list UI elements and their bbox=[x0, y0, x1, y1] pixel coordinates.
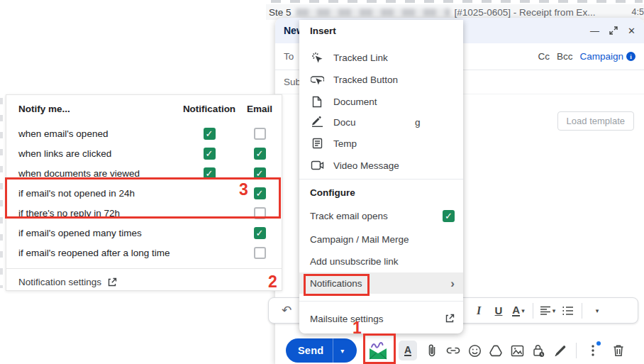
notification-checkbox[interactable] bbox=[204, 148, 216, 160]
undo-icon[interactable]: ↶ bbox=[282, 303, 292, 318]
menu-item-label: Temp bbox=[333, 138, 357, 149]
menu-item-label: Campaign / Mail Merge bbox=[310, 234, 409, 245]
menu-item-tracked-button[interactable]: Tracked Button bbox=[299, 70, 463, 89]
divider bbox=[533, 303, 533, 319]
track-email-opens-checkbox[interactable] bbox=[443, 210, 455, 222]
close-icon[interactable]: ✕ bbox=[628, 26, 635, 35]
menu-item-label: Add unsubscribe link bbox=[310, 256, 399, 267]
email-checkbox[interactable] bbox=[254, 148, 266, 160]
load-template-button[interactable]: Load template bbox=[557, 111, 634, 131]
menu-item-template[interactable]: Temp bbox=[299, 134, 463, 153]
insert-photo-icon[interactable] bbox=[506, 338, 528, 363]
email-subject: [#1025-0605] - Receipt from Ex... bbox=[455, 7, 628, 18]
insert-link-icon[interactable] bbox=[443, 338, 464, 363]
bcc-toggle[interactable]: Bcc bbox=[557, 51, 573, 62]
menu-item-label: Docu bbox=[333, 117, 356, 128]
notifications-submenu-panel: Notify me... Notification Email when ema… bbox=[6, 94, 282, 291]
menu-item-label: Video Message bbox=[333, 160, 399, 171]
email-checkbox[interactable] bbox=[254, 227, 266, 239]
menu-item-notifications[interactable]: Notifications › bbox=[299, 272, 463, 294]
menu-item-track-email-opens[interactable]: Track email opens bbox=[299, 206, 463, 225]
email-checkbox[interactable] bbox=[254, 128, 266, 140]
formatting-options-button[interactable]: A bbox=[399, 341, 417, 360]
info-icon: i bbox=[626, 52, 635, 61]
more-formatting-button[interactable]: ▾ bbox=[587, 301, 606, 321]
column-header-notification: Notification bbox=[181, 104, 238, 114]
document-icon bbox=[310, 96, 324, 108]
signature-pen-icon[interactable] bbox=[549, 338, 570, 363]
email-snippet-start: Ste 5 bbox=[269, 7, 292, 18]
notify-row: if email's not opened in 24h bbox=[6, 183, 282, 203]
emoji-icon[interactable] bbox=[464, 338, 485, 363]
to-label: To bbox=[284, 51, 294, 62]
insert-section-header: Insert bbox=[310, 26, 336, 36]
blurred-text bbox=[296, 9, 450, 16]
email-checkbox[interactable] bbox=[254, 247, 266, 259]
mailsuite-icon[interactable] bbox=[367, 338, 389, 363]
menu-item-mailsuite-settings[interactable]: Mailsuite settings bbox=[299, 309, 463, 328]
external-link-icon bbox=[107, 277, 117, 287]
drive-icon[interactable] bbox=[485, 338, 506, 363]
menu-item-label-suffix: g bbox=[415, 117, 421, 128]
signing-pen-icon bbox=[310, 116, 324, 128]
menu-item-label: Notifications bbox=[310, 278, 362, 289]
email-checkbox[interactable] bbox=[254, 187, 266, 199]
external-link-icon bbox=[445, 314, 455, 324]
tracked-link-icon bbox=[310, 52, 324, 64]
menu-item-document-signing[interactable]: Docu g bbox=[299, 113, 463, 131]
template-icon bbox=[310, 138, 324, 149]
column-header-email: Email bbox=[238, 104, 282, 114]
italic-button[interactable]: I bbox=[469, 301, 489, 321]
text-color-button[interactable]: A▾ bbox=[509, 301, 528, 321]
numbered-list-button[interactable] bbox=[557, 301, 577, 321]
open-in-full-icon[interactable] bbox=[609, 26, 618, 35]
align-button[interactable]: ▾ bbox=[538, 301, 557, 321]
cc-toggle[interactable]: Cc bbox=[538, 51, 550, 62]
menu-item-label: Mailsuite settings bbox=[310, 314, 384, 324]
notification-settings-link[interactable]: Notification settings bbox=[18, 277, 101, 287]
menu-divider bbox=[299, 179, 463, 180]
divider bbox=[576, 343, 577, 358]
send-button[interactable]: Send ▾ bbox=[286, 338, 357, 363]
notify-row: when email's opened bbox=[6, 123, 282, 143]
email-checkbox[interactable] bbox=[254, 167, 266, 180]
tracked-button-icon bbox=[310, 75, 324, 85]
attach-file-icon[interactable] bbox=[421, 338, 443, 363]
more-options-icon[interactable] bbox=[582, 338, 604, 363]
blurred-background-dashes bbox=[0, 98, 3, 288]
notify-panel-title: Notify me... bbox=[18, 104, 181, 114]
divider bbox=[582, 303, 582, 319]
notify-row: if email's reopened after a long time bbox=[6, 243, 282, 263]
menu-item-label: Track email opens bbox=[310, 211, 388, 221]
campaign-link[interactable]: Campaign i bbox=[579, 51, 635, 62]
notify-row: when documents are viewed bbox=[6, 163, 282, 183]
screen: Ste 5 [#1025-0605] - Receipt from Ex... … bbox=[0, 0, 644, 364]
menu-item-campaign-mail-merge[interactable]: Campaign / Mail Merge bbox=[299, 230, 463, 248]
chevron-right-icon: › bbox=[450, 277, 455, 289]
menu-item-tracked-link[interactable]: Tracked Link bbox=[299, 48, 463, 67]
menu-item-document[interactable]: Document bbox=[299, 92, 463, 111]
send-options-caret-icon[interactable]: ▾ bbox=[333, 347, 351, 355]
menu-item-video-message[interactable]: Video Message bbox=[299, 156, 463, 175]
notify-row: when links are clicked bbox=[6, 143, 282, 163]
minimize-icon[interactable]: — bbox=[590, 26, 599, 35]
menu-item-label: Document bbox=[333, 96, 377, 107]
notification-checkbox[interactable] bbox=[204, 128, 216, 140]
menu-item-label: Tracked Link bbox=[333, 53, 388, 63]
confidential-mode-icon[interactable] bbox=[528, 338, 549, 363]
video-message-icon bbox=[310, 160, 324, 170]
email-checkbox[interactable] bbox=[254, 207, 266, 219]
notify-row: if email's opened many times bbox=[6, 223, 282, 243]
menu-item-label: Tracked Button bbox=[333, 75, 398, 85]
underline-button[interactable]: U bbox=[489, 301, 509, 321]
notification-dot bbox=[596, 341, 601, 346]
configure-section-header: Configure bbox=[310, 187, 355, 198]
email-time: 4:5 bbox=[632, 7, 644, 17]
menu-item-add-unsubscribe-link[interactable]: Add unsubscribe link bbox=[299, 252, 463, 270]
notification-checkbox[interactable] bbox=[204, 167, 216, 180]
mailsuite-insert-menu: Insert Tracked Link Tracked Button bbox=[299, 20, 463, 333]
blurred-background-dashes bbox=[271, 0, 643, 3]
notify-row: if there's no reply in 72h bbox=[6, 203, 282, 223]
send-label: Send bbox=[286, 345, 323, 356]
discard-draft-icon[interactable] bbox=[608, 338, 629, 363]
